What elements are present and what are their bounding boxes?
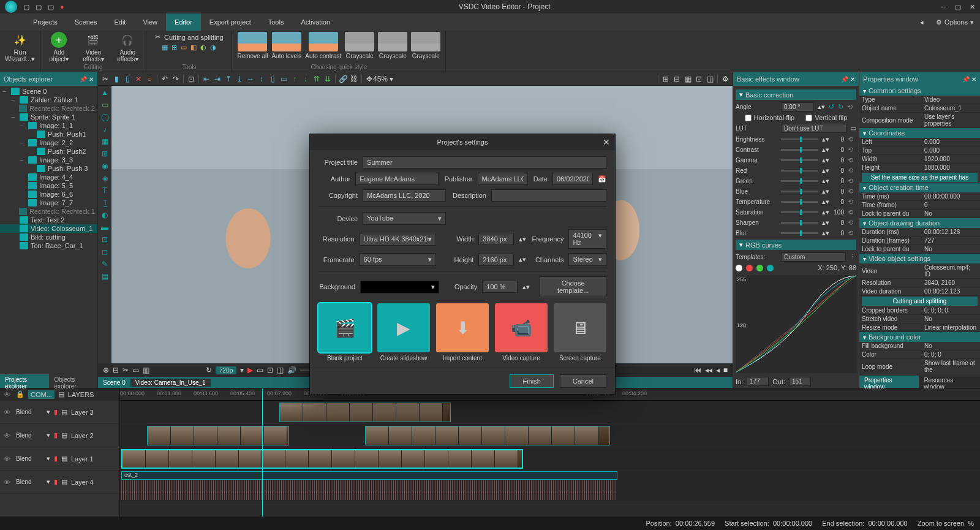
- lock-icon[interactable]: 🔒: [16, 390, 24, 398]
- chevron-down-icon[interactable]: ▾: [386, 74, 396, 84]
- cancel-button[interactable]: Cancel: [560, 374, 606, 388]
- menu-tools[interactable]: Tools: [260, 13, 293, 31]
- property-row[interactable]: Height1080.000: [859, 164, 980, 172]
- tool-icon[interactable]: ♪: [99, 124, 110, 135]
- align-icon[interactable]: ⤒: [224, 74, 233, 84]
- property-row[interactable]: Time (frame)0: [859, 201, 980, 210]
- tool-icon[interactable]: ◐: [99, 210, 110, 221]
- qa-icon[interactable]: ▢: [48, 3, 55, 10]
- rgb-curves-section[interactable]: ▾ RGB curves: [736, 240, 856, 250]
- tool-icon[interactable]: ▮: [111, 74, 121, 84]
- align-icon[interactable]: ⇥: [213, 74, 222, 84]
- track-layer-4[interactable]: ost_2: [120, 471, 980, 501]
- tool-icon[interactable]: ⊕: [103, 366, 109, 374]
- rgb-curves-canvas[interactable]: 255 128: [736, 275, 856, 373]
- tree-node[interactable]: −Sprite: Sprite 1: [0, 113, 97, 121]
- style-auto-levels[interactable]: Auto levels: [271, 32, 301, 59]
- clip-tab[interactable]: Video: Camera_In_Use_1: [130, 379, 211, 387]
- loop-icon[interactable]: ↻: [206, 366, 212, 374]
- menu-view[interactable]: View: [134, 13, 166, 31]
- bg-color-section[interactable]: ▾ Background color: [859, 332, 980, 342]
- curve-template-select[interactable]: Custom: [781, 252, 846, 262]
- template-import[interactable]: ⬇Import content: [436, 303, 489, 362]
- tree-node[interactable]: −Image: 1_1: [0, 121, 97, 130]
- tool-icon[interactable]: ▭: [257, 366, 263, 374]
- same-size-button[interactable]: Set the same size as the parent has: [862, 173, 978, 182]
- tool-icon[interactable]: ⊞: [172, 44, 177, 51]
- property-row[interactable]: Stretch videoNo: [859, 315, 980, 324]
- eye-icon[interactable]: 👁: [4, 409, 12, 416]
- in-input[interactable]: 177: [747, 377, 769, 386]
- slider[interactable]: [781, 138, 818, 140]
- tool-icon[interactable]: ▭: [181, 44, 187, 51]
- copyright-input[interactable]: [363, 189, 446, 202]
- tree-node[interactable]: Text: Text 2: [0, 216, 97, 224]
- pin-icon[interactable]: 📌 ✕: [80, 76, 94, 83]
- property-row[interactable]: Top0.000: [859, 146, 980, 155]
- drawing-duration-section[interactable]: ▾ Object drawing duration: [859, 218, 980, 228]
- qa-icon[interactable]: ▢: [23, 3, 31, 10]
- tool-icon[interactable]: ▯: [123, 74, 132, 84]
- tree-node[interactable]: Image: 4_4: [0, 173, 97, 181]
- play-icon[interactable]: ▶: [247, 366, 253, 374]
- tool-icon[interactable]: ✎: [99, 259, 110, 270]
- reset-icon[interactable]: ⟲: [848, 187, 856, 195]
- project-title-input[interactable]: [363, 156, 606, 168]
- style-grayscale[interactable]: Grayscale: [345, 32, 374, 59]
- scissors-icon[interactable]: ✂: [100, 74, 110, 84]
- tool-icon[interactable]: ⊡: [186, 74, 196, 84]
- tree-node[interactable]: −Scene 0: [0, 87, 97, 96]
- tool-icon[interactable]: ▦: [683, 74, 693, 84]
- slider[interactable]: [781, 170, 818, 172]
- cut-split-button[interactable]: Cutting and splitting: [862, 297, 978, 306]
- stepper-icon[interactable]: ▴▾: [519, 256, 526, 263]
- property-row[interactable]: Resolution3840, 2160: [859, 279, 980, 287]
- layer-row[interactable]: 👁Blend▾▮▤Layer 2: [0, 424, 119, 447]
- angle-input[interactable]: 0.00 °: [781, 102, 814, 112]
- tool-icon[interactable]: ⊟: [672, 74, 682, 84]
- height-input[interactable]: [478, 254, 514, 266]
- hue-saturation-section[interactable]: ▸ Hue Saturation curves: [736, 387, 856, 388]
- tool-icon[interactable]: ⊞: [99, 148, 110, 159]
- tab-objects-explorer[interactable]: Objects explorer: [49, 374, 97, 388]
- property-row[interactable]: Color0; 0; 0: [859, 350, 980, 359]
- tool-icon[interactable]: ▭: [132, 366, 139, 374]
- tree-node[interactable]: Push: Push1: [0, 130, 97, 138]
- background-select[interactable]: ▾: [360, 281, 439, 293]
- tree-node[interactable]: Image: 7_7: [0, 199, 97, 207]
- template-blank[interactable]: 🎬Blank project: [318, 303, 371, 362]
- reset-icon[interactable]: ⟲: [848, 156, 856, 164]
- align-icon[interactable]: ⤓: [235, 74, 244, 84]
- align-icon[interactable]: ▯: [268, 74, 277, 84]
- run-wizard-button[interactable]: ✨RunWizard...▾: [5, 32, 35, 62]
- object-tree[interactable]: −Scene 0−Zähler: Zähler 1Rechteck: Recht…: [0, 86, 97, 374]
- tree-node[interactable]: Push: Push2: [0, 147, 97, 156]
- common-settings-section[interactable]: ▾ Common settings: [859, 86, 980, 96]
- slider[interactable]: [781, 191, 818, 192]
- align-icon[interactable]: ⇤: [202, 74, 211, 84]
- slider[interactable]: [781, 232, 818, 234]
- slider[interactable]: [781, 211, 818, 213]
- stepper-icon[interactable]: ▴▾: [818, 103, 825, 111]
- basic-correction-section[interactable]: ▾ Basic correction: [736, 89, 856, 100]
- frequency-select[interactable]: 44100 Hz▾: [568, 229, 606, 249]
- date-input[interactable]: [552, 173, 593, 185]
- eye-icon[interactable]: 👁: [4, 391, 12, 398]
- text-icon[interactable]: T: [99, 185, 110, 196]
- tool-icon[interactable]: T̲: [99, 197, 110, 208]
- rewind-icon[interactable]: ◂◂: [705, 366, 712, 374]
- menu-activation[interactable]: Activation: [292, 13, 339, 31]
- prev-frame-icon[interactable]: ◂: [716, 366, 720, 374]
- tool-icon[interactable]: ⊡: [267, 366, 273, 374]
- tool-icon[interactable]: ▥: [143, 366, 149, 374]
- property-row[interactable]: Lock to parent duNo: [859, 210, 980, 218]
- style-remove-all[interactable]: Remove all: [237, 32, 268, 59]
- rotate-icon[interactable]: ↺: [829, 103, 834, 111]
- property-row[interactable]: Object nameColosseum_1: [859, 104, 980, 113]
- reset-icon[interactable]: ⟲: [848, 229, 856, 237]
- tree-node[interactable]: Image: 6_6: [0, 190, 97, 199]
- maximize-button[interactable]: ▢: [955, 3, 961, 11]
- author-input[interactable]: [355, 173, 439, 185]
- tool-icon[interactable]: ⊡: [694, 74, 704, 84]
- slider[interactable]: [781, 180, 818, 182]
